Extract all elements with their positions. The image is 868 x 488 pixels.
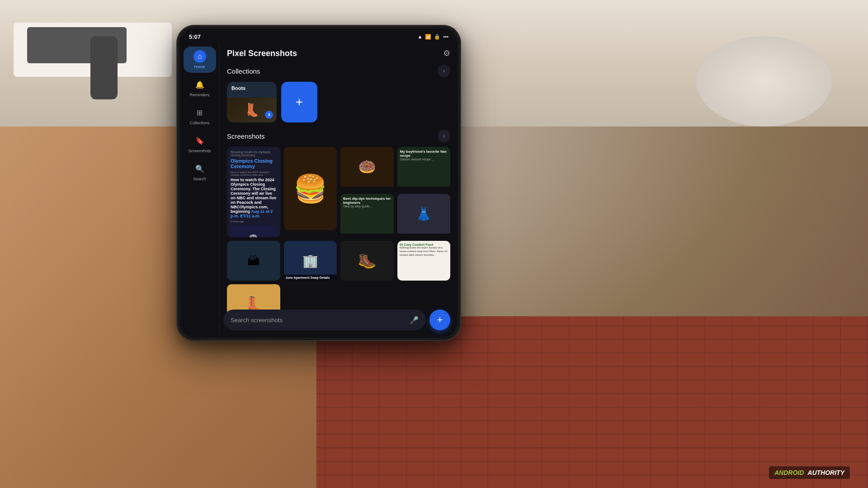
search-bar[interactable]: Search screenshots 🎤 xyxy=(223,310,426,330)
screenshot-person[interactable]: 👗 xyxy=(397,194,451,237)
status-time: 5:07 xyxy=(189,33,201,40)
home-icon: ⌂ xyxy=(193,50,206,63)
battery-icon: 🔒 xyxy=(434,34,440,40)
sidebar-item-home[interactable]: ⌂ Home xyxy=(184,47,216,73)
sidebar-label-collections: Collections xyxy=(189,121,209,125)
round-table xyxy=(696,36,832,127)
screenshots-section-header: Screenshots › xyxy=(227,130,450,142)
bottom-search-area: Search screenshots 🎤 + xyxy=(223,310,450,330)
reminders-icon: 🔔 xyxy=(193,78,206,91)
main-header: Pixel Screenshots ⚙ xyxy=(227,48,450,58)
sidebar-label-search: Search xyxy=(193,177,206,181)
overflow-icon: ••• xyxy=(443,34,448,39)
add-collection-button[interactable]: + xyxy=(281,82,317,122)
collections-row: Boots 👢 3 + xyxy=(227,82,450,122)
screenshot-apartment[interactable]: 🏢 June Apartment Swap Details xyxy=(284,241,337,281)
screenshot-nature[interactable]: 🏔 xyxy=(227,241,280,281)
screenshot-black-boots[interactable]: 🥾 xyxy=(340,241,394,281)
screenshot-olympics[interactable]: Showing results for olympics closing cer… xyxy=(227,147,280,237)
sidebar-item-search[interactable]: 🔍 Search xyxy=(184,159,216,185)
wifi-icon: ▲ xyxy=(418,34,423,39)
sidebar-label-screenshots: Screenshots xyxy=(188,149,211,153)
add-icon: + xyxy=(296,95,303,109)
app-container: ⌂ Home 🔔 Reminders ⊞ Collections 🔖 Scree… xyxy=(180,43,458,338)
remote-control xyxy=(90,36,118,99)
watermark-android-text: ANDROID xyxy=(774,469,804,476)
sidebar-item-screenshots[interactable]: 🔖 Screenshots xyxy=(184,131,216,157)
watermark-authority-text: AUTHORITY xyxy=(807,469,844,476)
microphone-icon[interactable]: 🎤 xyxy=(410,316,419,324)
collections-icon: ⊞ xyxy=(193,106,206,119)
screenshot-dip-recipe[interactable]: Best dip-dye techniques for beginners St… xyxy=(340,194,394,237)
collections-section: Collections › Boots 👢 3 xyxy=(227,65,450,122)
phone-device: 5:07 ▲ 📶 🔒 ••• ⌂ Home 🔔 Reminders xyxy=(176,25,461,341)
status-icons: ▲ 📶 🔒 ••• xyxy=(418,34,448,40)
sidebar-label-reminders: Reminders xyxy=(190,93,210,97)
search-icon: 🔍 xyxy=(193,162,206,175)
sidebar-item-reminders[interactable]: 🔔 Reminders xyxy=(184,75,216,101)
search-placeholder: Search screenshots xyxy=(231,317,405,324)
collections-section-title: Collections xyxy=(227,67,260,75)
main-content: Pixel Screenshots ⚙ Collections › Boots xyxy=(220,43,458,338)
status-bar: 5:07 ▲ 📶 🔒 ••• xyxy=(180,28,458,43)
settings-icon[interactable]: ⚙ xyxy=(443,48,450,58)
collection-label-boots: Boots xyxy=(231,85,245,91)
signal-icon: 📶 xyxy=(425,34,431,40)
screenshots-arrow[interactable]: › xyxy=(438,130,450,142)
collections-arrow[interactable]: › xyxy=(438,65,450,77)
screenshots-grid: Showing results for olympics closing cer… xyxy=(227,147,450,324)
add-fab-button[interactable]: + xyxy=(429,310,450,330)
boots-emoji: 👢 xyxy=(244,103,260,117)
page-title: Pixel Screenshots xyxy=(227,49,297,58)
burger-emoji: 🍔 xyxy=(293,173,327,205)
screenshot-recipe-flan[interactable]: My boyfriend's favorite flan recipe Clas… xyxy=(397,147,451,190)
sidebar-label-home: Home xyxy=(194,65,205,69)
screenshot-donuts[interactable]: 🍩 xyxy=(340,147,394,190)
phone-screen: 5:07 ▲ 📶 🔒 ••• ⌂ Home 🔔 Reminders xyxy=(180,28,458,338)
screenshots-section: Screenshots › Showing results for olympi… xyxy=(227,130,450,324)
collection-badge: 3 xyxy=(265,111,273,119)
screenshot-comfort-food[interactable]: 10 Cozy Comfort Food Nothing beats the w… xyxy=(397,241,451,281)
watermark: ANDROID AUTHORITY xyxy=(769,466,850,479)
collections-section-header: Collections › xyxy=(227,65,450,77)
plus-icon: + xyxy=(437,314,443,326)
collection-card-boots[interactable]: Boots 👢 3 xyxy=(227,82,277,122)
screenshots-icon: 🔖 xyxy=(193,134,206,147)
screenshot-burger[interactable]: 🍔 xyxy=(284,147,337,230)
screenshots-section-title: Screenshots xyxy=(227,132,264,140)
sidebar: ⌂ Home 🔔 Reminders ⊞ Collections 🔖 Scree… xyxy=(180,43,220,338)
sidebar-item-collections[interactable]: ⊞ Collections xyxy=(184,103,216,129)
